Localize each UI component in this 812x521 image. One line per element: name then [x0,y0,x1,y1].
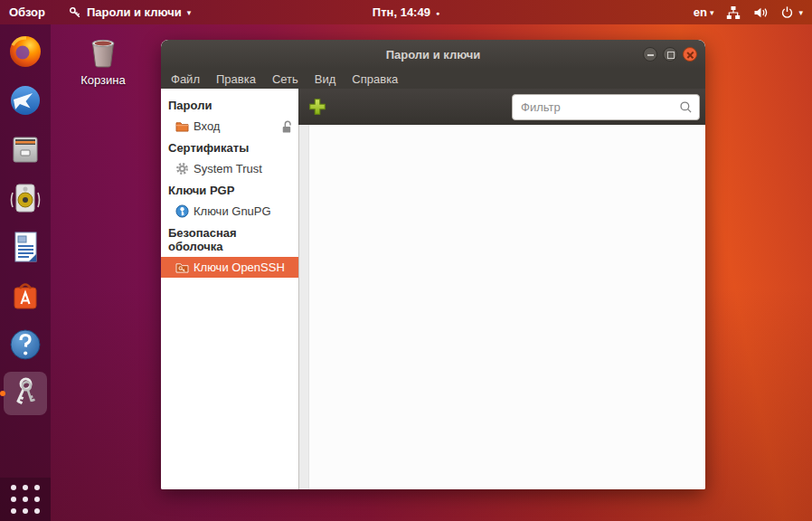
sidebar-header-passwords: Пароли [161,94,298,116]
add-item-button[interactable] [306,95,329,118]
keyboard-layout-label: en [694,5,707,19]
sidebar-item-label: Ключи OpenSSH [194,260,285,274]
menu-file[interactable]: Файл [163,71,208,88]
keys-icon [7,375,43,412]
sidebar-item-login[interactable]: Вход [161,116,298,137]
sidebar-item-label: Ключи GnuPG [194,204,271,218]
toolbar [298,89,705,125]
filter-input[interactable] [512,94,700,120]
sidebar-item-gnupg-keys[interactable]: Ключи GnuPG [161,201,298,222]
network-icon[interactable] [726,5,741,20]
ubuntu-software-icon [7,278,43,314]
menu-edit[interactable]: Правка [208,71,264,88]
key-icon [69,6,81,19]
thunderbird-icon [7,82,43,118]
gear-icon [175,162,189,175]
firefox-icon [7,33,43,70]
clock-button[interactable]: Птн, 14:49 ● [373,0,439,24]
passwords-and-keys-window: Пароли и ключи Файл Правка Сеть Вид Спра… [161,40,705,489]
pane-gutter[interactable] [298,125,309,489]
sidebar: Пароли Вход Сертификаты [161,89,298,489]
running-indicator-dot [0,391,5,396]
help-icon [7,327,43,363]
volume-icon[interactable] [753,5,768,20]
keyboard-layout-button[interactable]: en ▾ [694,5,714,19]
top-bar: Обзор Пароли и ключи ▾ Птн, 14:49 ● en ▾ [0,0,812,24]
sidebar-item-label: Вход [194,119,220,133]
dock-item-thunderbird[interactable] [4,79,47,122]
rhythmbox-icon [7,180,43,216]
clock-label: Птн, 14:49 [373,5,430,19]
minimize-button[interactable] [643,47,657,62]
power-icon [780,5,794,19]
trash-label: Корзина [76,73,130,87]
dock-item-libreoffice-writer[interactable] [4,225,47,269]
gnupg-key-icon [175,204,189,218]
app-menu-label: Пароли и ключи [87,5,182,19]
dock-item-files[interactable] [4,128,47,171]
dock-item-rhythmbox[interactable] [4,176,47,220]
sidebar-item-openssh-keys[interactable]: Ключи OpenSSH [161,257,298,278]
chevron-down-icon: ▾ [798,8,803,17]
key-list-area[interactable] [298,125,705,489]
sidebar-item-system-trust[interactable]: System Trust [161,158,298,179]
sidebar-header-certificates: Сертификаты [161,137,298,158]
dock-item-seahorse[interactable] [4,372,47,415]
menu-bar: Файл Правка Сеть Вид Справка [161,69,705,89]
openssh-key-icon [175,261,189,273]
activities-button[interactable]: Обзор [9,5,45,19]
window-titlebar[interactable]: Пароли и ключи [161,40,705,69]
app-menu-button[interactable]: Пароли и ключи ▾ [69,5,191,19]
dock [0,24,51,521]
menu-remote[interactable]: Сеть [264,71,307,88]
sidebar-item-label: System Trust [194,162,262,175]
dock-item-ubuntu-software[interactable] [4,274,47,317]
show-applications-button[interactable] [0,478,51,521]
dock-item-help[interactable] [4,323,47,366]
sidebar-header-pgp-keys: Ключи PGP [161,179,298,201]
search-icon [679,100,693,114]
close-button[interactable] [683,47,697,62]
trash-desktop-icon[interactable]: Корзина [76,34,130,87]
menu-help[interactable]: Справка [344,71,406,88]
sidebar-header-secure-shell: Безопасная оболочка [161,222,298,257]
chevron-down-icon: ▾ [187,8,192,17]
grid-dots-icon [11,485,40,514]
menu-view[interactable]: Вид [307,71,345,88]
dock-item-firefox[interactable] [4,30,47,73]
maximize-button[interactable] [663,47,677,62]
files-icon [7,131,43,167]
folder-icon [175,120,189,132]
plus-icon [307,97,327,117]
unlock-icon [279,119,293,134]
chevron-down-icon: ▾ [710,8,714,17]
libreoffice-writer-icon [7,229,43,265]
notification-dot: ● [436,10,439,16]
desktop-screen: Обзор Пароли и ключи ▾ Птн, 14:49 ● en ▾ [0,0,812,521]
trash-can-icon [85,34,121,71]
window-title: Пароли и ключи [386,48,481,62]
system-menu-button[interactable]: ▾ [780,5,803,19]
